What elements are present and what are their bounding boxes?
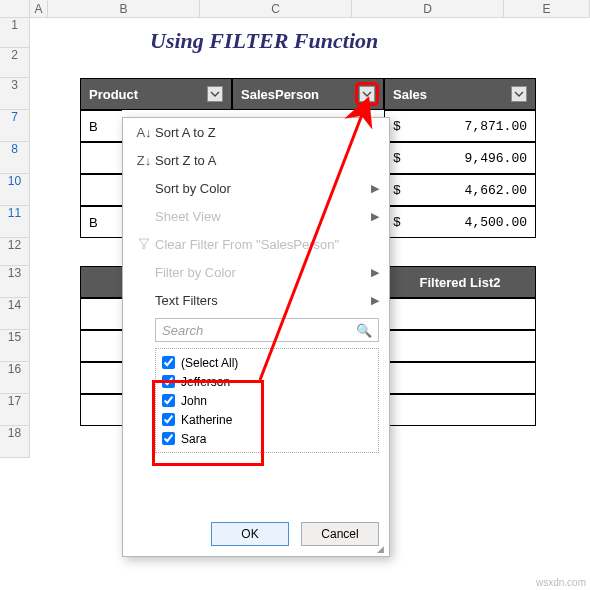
chevron-down-icon (362, 89, 372, 99)
row-13[interactable]: 13 (0, 266, 30, 298)
filter-option-john[interactable]: John (162, 391, 372, 410)
resize-handle-icon[interactable]: ◢ (377, 544, 387, 554)
filter-search-input[interactable]: Search 🔍 (155, 318, 379, 342)
col-C[interactable]: C (200, 0, 352, 18)
cancel-button[interactable]: Cancel (301, 522, 379, 546)
cell-sales-1[interactable]: $7,871.00 (384, 110, 536, 142)
clear-filter-icon (133, 237, 155, 251)
page-title: Using FILTER Function (150, 28, 378, 54)
row-14[interactable]: 14 (0, 298, 30, 330)
th2-left (80, 266, 122, 298)
menu-text-filters[interactable]: Text Filters ▶ (123, 286, 389, 314)
row-1[interactable]: 1 (0, 18, 30, 48)
grid-corner (0, 0, 30, 18)
cell2-d-4[interactable] (384, 394, 536, 426)
filter-option-select-all[interactable]: (Select All) (162, 353, 372, 372)
th-product: Product (80, 78, 232, 110)
th-product-label: Product (89, 87, 138, 102)
col-E[interactable]: E (504, 0, 590, 18)
row-15[interactable]: 15 (0, 330, 30, 362)
filter-button-sales[interactable] (511, 86, 527, 102)
row-18[interactable]: 18 (0, 426, 30, 458)
column-headers: A B C D E (30, 0, 590, 18)
row-3[interactable]: 3 (0, 78, 30, 110)
chevron-down-icon (210, 89, 220, 99)
row-12[interactable]: 12 (0, 238, 30, 266)
filter-option-katherine[interactable]: Katherine (162, 410, 372, 429)
cell2-d-3[interactable] (384, 362, 536, 394)
filter-option-sara[interactable]: Sara (162, 429, 372, 448)
cell-product-4[interactable]: B (80, 206, 122, 238)
row-7[interactable]: 7 (0, 110, 30, 142)
th-salesperson: SalesPerson (232, 78, 384, 110)
dialog-buttons: OK Cancel (211, 522, 379, 546)
row-16[interactable]: 16 (0, 362, 30, 394)
row-17[interactable]: 17 (0, 394, 30, 426)
sort-az-icon: A↓ (133, 125, 155, 140)
col-B[interactable]: B (48, 0, 200, 18)
th-salesperson-label: SalesPerson (241, 87, 319, 102)
filter-values-list: (Select All) Jefferson John Katherine Sa… (155, 348, 379, 453)
menu-sort-za[interactable]: Z↓ Sort Z to A (123, 146, 389, 174)
menu-filter-color: Filter by Color ▶ (123, 258, 389, 286)
cell-sales-2[interactable]: $9,496.00 (384, 142, 536, 174)
cell-product-1[interactable]: B (80, 110, 122, 142)
row-2[interactable]: 2 (0, 48, 30, 78)
chevron-right-icon: ▶ (371, 182, 379, 195)
chevron-down-icon (514, 89, 524, 99)
cell-product-2[interactable] (80, 142, 122, 174)
menu-sort-color[interactable]: Sort by Color ▶ (123, 174, 389, 202)
cell2-b-1[interactable] (80, 298, 122, 330)
menu-sheet-view: Sheet View ▶ (123, 202, 389, 230)
cell-product-3[interactable] (80, 174, 122, 206)
cell-sales-3[interactable]: $4,662.00 (384, 174, 536, 206)
th-sales: Sales (384, 78, 536, 110)
row-10[interactable]: 10 (0, 174, 30, 206)
cell2-b-4[interactable] (80, 394, 122, 426)
watermark: wsxdn.com (536, 577, 586, 588)
col-A[interactable]: A (30, 0, 48, 18)
cell2-d-1[interactable] (384, 298, 536, 330)
chevron-right-icon: ▶ (371, 294, 379, 307)
cell2-b-2[interactable] (80, 330, 122, 362)
row-headers: 1 2 3 7 8 10 11 12 13 14 15 16 17 18 (0, 18, 30, 458)
search-icon: 🔍 (356, 323, 372, 338)
ok-button[interactable]: OK (211, 522, 289, 546)
row-11[interactable]: 11 (0, 206, 30, 238)
col-D[interactable]: D (352, 0, 504, 18)
cell2-b-3[interactable] (80, 362, 122, 394)
filter-option-jefferson[interactable]: Jefferson (162, 372, 372, 391)
sort-za-icon: Z↓ (133, 153, 155, 168)
cell-sales-4[interactable]: $4,500.00 (384, 206, 536, 238)
filter-button-product[interactable] (207, 86, 223, 102)
th-sales-label: Sales (393, 87, 427, 102)
menu-sort-az[interactable]: A↓ Sort A to Z (123, 118, 389, 146)
autofilter-dropdown: A↓ Sort A to Z Z↓ Sort Z to A Sort by Co… (122, 117, 390, 557)
th-filtered2-label: Filtered List2 (420, 275, 501, 290)
chevron-right-icon: ▶ (371, 266, 379, 279)
row-8[interactable]: 8 (0, 142, 30, 174)
filter-button-salesperson[interactable] (359, 86, 375, 102)
cell2-d-2[interactable] (384, 330, 536, 362)
menu-clear-filter: Clear Filter From "SalesPerson" (123, 230, 389, 258)
chevron-right-icon: ▶ (371, 210, 379, 223)
th-filtered2: Filtered List2 (384, 266, 536, 298)
